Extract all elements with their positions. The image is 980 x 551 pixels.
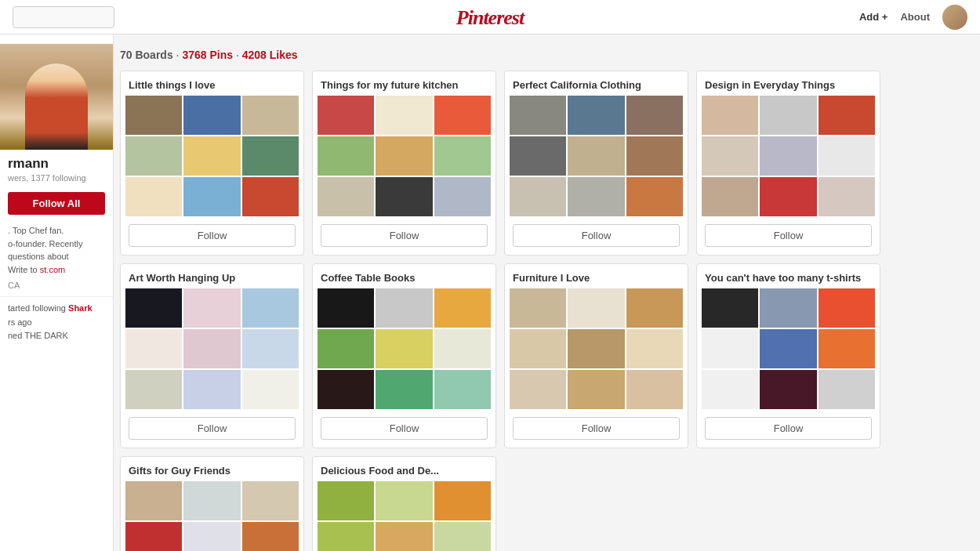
followers-text: wers, 1377 following bbox=[0, 173, 113, 187]
board-image-cell bbox=[183, 288, 240, 328]
sidebar: rmann wers, 1377 following Follow All . … bbox=[0, 34, 114, 551]
header-right: Add + About bbox=[859, 5, 967, 30]
board-image-cell bbox=[434, 481, 491, 520]
header-left bbox=[13, 6, 114, 28]
board-title: Design in Everyday Things bbox=[697, 71, 880, 96]
board-image-cell bbox=[626, 177, 683, 216]
board-images bbox=[313, 481, 495, 551]
add-button[interactable]: Add + bbox=[859, 11, 887, 23]
board-image-cell bbox=[818, 136, 875, 176]
bio-link[interactable]: st.com bbox=[40, 265, 65, 274]
board-image-placeholder bbox=[760, 136, 816, 176]
board-title-link[interactable]: Things for my future kitchen bbox=[321, 79, 459, 91]
board-image-placeholder bbox=[568, 177, 624, 216]
board-image-cell bbox=[760, 96, 816, 135]
board-image-placeholder bbox=[626, 370, 683, 409]
board-title-link[interactable]: You can't have too many t-shirts bbox=[705, 272, 861, 284]
board-image-cell bbox=[568, 329, 624, 368]
board-image-placeholder bbox=[376, 370, 432, 409]
board-card: Art Worth Hanging UpFollow bbox=[120, 263, 304, 448]
about-link[interactable]: About bbox=[900, 11, 930, 23]
board-image-cell bbox=[242, 481, 299, 520]
board-image-cell bbox=[510, 136, 566, 176]
board-image-placeholder bbox=[125, 177, 182, 216]
board-image-cell bbox=[760, 136, 816, 176]
board-title: Furniture I Love bbox=[505, 264, 688, 288]
board-image-cell bbox=[125, 370, 182, 409]
board-image-cell bbox=[568, 177, 624, 216]
board-image-cell bbox=[318, 177, 374, 216]
board-card: Little things I loveFollow bbox=[120, 71, 304, 256]
board-image-placeholder bbox=[434, 481, 491, 520]
likes-count[interactable]: 4208 Likes bbox=[242, 49, 298, 61]
board-images bbox=[505, 288, 688, 414]
follow-button[interactable]: Follow bbox=[705, 224, 872, 247]
board-image-cell bbox=[818, 370, 875, 409]
board-image-cell bbox=[376, 136, 432, 176]
board-image-placeholder bbox=[183, 522, 240, 551]
board-image-placeholder bbox=[376, 329, 432, 368]
layout: rmann wers, 1377 following Follow All . … bbox=[0, 34, 980, 551]
board-image-cell bbox=[760, 370, 816, 409]
boards-grid: Little things I loveFollowThings for my … bbox=[120, 71, 974, 551]
board-image-placeholder bbox=[242, 370, 299, 409]
follow-button[interactable]: Follow bbox=[321, 224, 488, 247]
board-image-cell bbox=[760, 329, 816, 368]
follow-button[interactable]: Follow bbox=[513, 224, 680, 247]
board-image-placeholder bbox=[760, 288, 816, 328]
board-image-cell bbox=[434, 370, 491, 409]
board-image-cell bbox=[183, 370, 240, 409]
board-image-cell bbox=[434, 96, 491, 135]
board-image-cell bbox=[626, 288, 683, 328]
board-title-link[interactable]: Furniture I Love bbox=[513, 272, 590, 284]
board-image-placeholder bbox=[702, 177, 758, 216]
board-image-placeholder bbox=[125, 522, 182, 551]
follow-button[interactable]: Follow bbox=[129, 224, 296, 247]
board-image-cell bbox=[318, 522, 374, 551]
board-image-cell bbox=[183, 96, 240, 135]
activity-text: tarted following bbox=[8, 303, 66, 313]
follow-button[interactable]: Follow bbox=[129, 417, 296, 440]
activity-link[interactable]: Shark bbox=[68, 303, 93, 313]
board-image-cell bbox=[702, 329, 758, 368]
board-title: Little things I love bbox=[121, 71, 303, 96]
follow-button[interactable]: Follow bbox=[321, 417, 488, 440]
board-title-link[interactable]: Gifts for Guy Friends bbox=[129, 465, 230, 477]
board-image-placeholder bbox=[818, 288, 875, 328]
board-title-link[interactable]: Delicious Food and De... bbox=[321, 465, 439, 477]
board-image-cell bbox=[702, 177, 758, 216]
board-title-link[interactable]: Design in Everyday Things bbox=[705, 79, 835, 91]
search-input[interactable] bbox=[13, 6, 114, 28]
follow-all-button[interactable]: Follow All bbox=[8, 192, 105, 215]
board-image-placeholder bbox=[434, 136, 491, 176]
board-image-placeholder bbox=[242, 329, 299, 368]
activity-time: rs ago bbox=[8, 317, 32, 327]
board-image-placeholder bbox=[434, 522, 491, 551]
board-image-placeholder bbox=[125, 481, 182, 520]
board-image-placeholder bbox=[125, 329, 182, 368]
board-image-cell bbox=[702, 288, 758, 328]
board-image-placeholder bbox=[318, 288, 374, 328]
board-image-cell bbox=[434, 522, 491, 551]
board-title-link[interactable]: Little things I love bbox=[129, 79, 216, 91]
board-image-placeholder bbox=[376, 136, 432, 176]
pins-count[interactable]: 3768 Pins bbox=[182, 49, 233, 61]
board-image-placeholder bbox=[242, 136, 299, 176]
board-image-cell bbox=[242, 96, 299, 135]
board-title-link[interactable]: Perfect California Clothing bbox=[513, 79, 641, 91]
board-image-placeholder bbox=[318, 136, 374, 176]
avatar[interactable] bbox=[942, 5, 967, 30]
board-image-placeholder bbox=[702, 329, 758, 368]
board-image-placeholder bbox=[568, 288, 624, 328]
board-image-cell bbox=[626, 136, 683, 176]
follow-button[interactable]: Follow bbox=[513, 417, 680, 440]
board-image-placeholder bbox=[702, 370, 758, 409]
board-image-cell bbox=[760, 288, 816, 328]
board-image-placeholder bbox=[318, 522, 374, 551]
follow-button[interactable]: Follow bbox=[705, 417, 872, 440]
board-image-placeholder bbox=[568, 370, 624, 409]
board-title-link[interactable]: Art Worth Hanging Up bbox=[129, 272, 235, 284]
board-image-cell bbox=[242, 136, 299, 176]
board-title-link[interactable]: Coffee Table Books bbox=[321, 272, 415, 284]
board-image-cell bbox=[510, 370, 566, 409]
